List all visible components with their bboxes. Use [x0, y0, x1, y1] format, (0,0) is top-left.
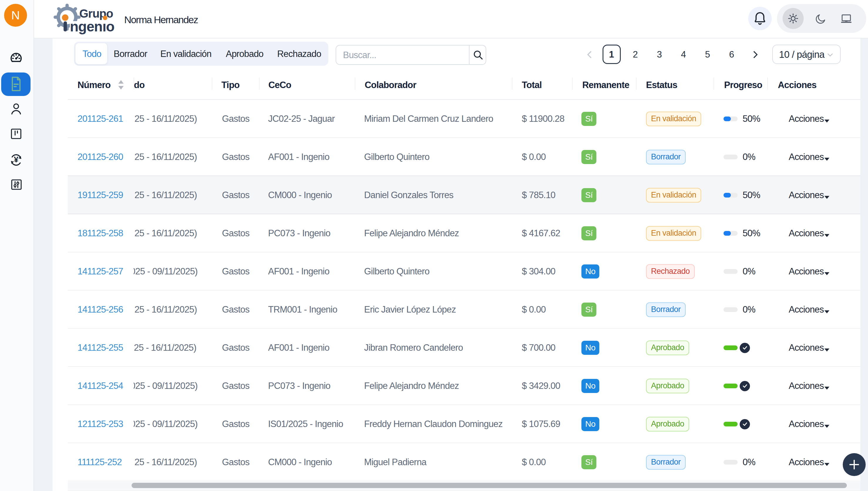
svg-text:¥: ¥	[14, 155, 19, 164]
svg-text:ngenıo: ngenıo	[70, 19, 114, 34]
svg-text:Grupo: Grupo	[79, 7, 113, 20]
